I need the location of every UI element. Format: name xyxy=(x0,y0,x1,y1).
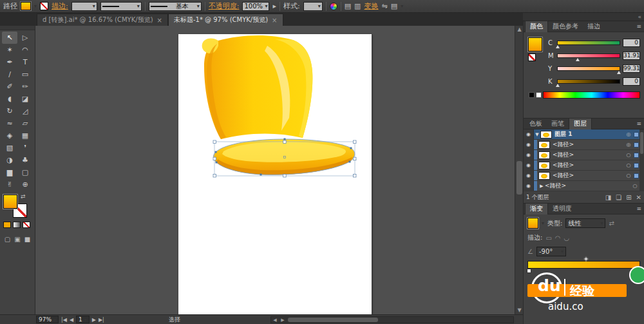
artboard[interactable] xyxy=(178,34,372,314)
tab-layers[interactable]: 图层 xyxy=(569,118,592,129)
tool-free-transform[interactable]: ▱ xyxy=(17,117,33,129)
tool-column-graph[interactable]: ▆ xyxy=(2,166,17,178)
selection-indicator[interactable] xyxy=(634,142,639,148)
color-button[interactable] xyxy=(3,222,11,228)
style-dropdown[interactable]: ▾ xyxy=(303,2,323,11)
tool-mesh[interactable]: ▦ xyxy=(17,129,33,142)
color-stroke-swatch[interactable] xyxy=(528,53,536,61)
first-artboard-icon[interactable]: |◀ xyxy=(61,317,67,323)
new-sublayer-icon[interactable]: ❏ xyxy=(616,194,621,201)
path-name[interactable]: <路径> xyxy=(545,182,631,190)
y-value-field[interactable]: 99.31 xyxy=(623,64,640,73)
gradient-stop-left[interactable] xyxy=(527,269,531,273)
m-slider[interactable] xyxy=(557,53,620,58)
stroke-gradient-along-icon[interactable]: ◠ xyxy=(555,234,561,242)
tool-shape-builder[interactable]: ◈ xyxy=(2,129,17,142)
chevron-down-icon[interactable]: ▾ xyxy=(542,220,544,226)
tab-gradient[interactable]: 渐变 xyxy=(525,203,548,214)
white-swatch[interactable] xyxy=(536,92,542,98)
fill-dropdown-icon[interactable]: ▾ xyxy=(34,3,37,9)
stroke-color-swatch[interactable] xyxy=(40,2,48,10)
width-profile-dropdown[interactable]: ▾ xyxy=(100,2,142,11)
opacity-panel-link[interactable]: 不透明度: xyxy=(209,1,240,11)
tool-symbol-sprayer[interactable]: ♣ xyxy=(17,154,33,166)
tool-pencil[interactable]: ✏ xyxy=(17,81,33,93)
c-value-field[interactable]: 0 xyxy=(623,39,640,47)
tool-magic-wand[interactable]: ✶ xyxy=(2,44,17,56)
horizontal-scrollbar-thumb[interactable] xyxy=(288,318,378,322)
path-name[interactable]: <路径> xyxy=(553,140,625,149)
visibility-eye-icon[interactable]: ◉ xyxy=(524,129,534,139)
tab-swatches[interactable]: 色板 xyxy=(525,119,547,129)
visibility-eye-icon[interactable]: ◉ xyxy=(524,171,534,180)
reverse-gradient-icon[interactable]: ⇄ xyxy=(609,220,614,227)
c-slider[interactable] xyxy=(557,41,620,45)
path-name[interactable]: <路径> xyxy=(553,161,625,169)
stroke-width-dropdown[interactable]: ▾ xyxy=(71,2,97,11)
tool-paintbrush[interactable]: ✐ xyxy=(2,81,17,93)
stroke-gradient-within-icon[interactable]: ▭ xyxy=(545,234,551,242)
selection-indicator[interactable] xyxy=(634,173,639,178)
m-value-field[interactable]: 31.91 xyxy=(623,52,640,60)
gradient-stop-right[interactable] xyxy=(636,269,641,273)
target-circle-icon[interactable]: ○ xyxy=(625,173,632,178)
visibility-eye-icon[interactable]: ◉ xyxy=(524,181,534,191)
recolor-artwork-icon[interactable] xyxy=(330,3,337,10)
path-name[interactable]: <路径> xyxy=(553,151,625,159)
tab-color[interactable]: 颜色 xyxy=(525,21,548,32)
gradient-button[interactable] xyxy=(13,222,21,228)
none-button[interactable] xyxy=(23,222,30,228)
path-name[interactable]: <路径> xyxy=(553,171,625,180)
delete-layer-icon[interactable]: ✕ xyxy=(636,194,641,201)
canvas-pasteboard[interactable]: ▲ ▼ xyxy=(35,26,523,314)
layer-row-path[interactable]: ◉ ▶ <路径> ○ xyxy=(524,181,644,191)
y-slider[interactable] xyxy=(557,66,620,71)
fill-color-swatch[interactable] xyxy=(21,2,31,10)
scroll-right-icon[interactable]: ▶ xyxy=(279,318,287,323)
layer-row-path[interactable]: ◉ <路径> ○ xyxy=(524,160,644,171)
tab-brushes[interactable]: 画笔 xyxy=(547,119,569,129)
doc-tab-inactive[interactable]: d [转换].ai* @ 16.67% (CMYK/预览) × xyxy=(37,14,168,26)
panel-menu-icon[interactable]: ≡ xyxy=(636,120,644,127)
expand-triangle-icon[interactable]: ▼ xyxy=(534,132,540,137)
collapse-dock-icon[interactable]: « xyxy=(638,14,641,20)
tool-gradient[interactable]: ▧ xyxy=(2,142,17,154)
layer-row-path[interactable]: ◉ <路径> ◎ xyxy=(524,140,644,150)
zoom-dropdown[interactable]: 97%▾ xyxy=(36,316,59,323)
brush-definition-dropdown[interactable]: 基本▾ xyxy=(149,2,202,11)
color-spectrum-bar[interactable] xyxy=(543,91,640,99)
tab-color-guide[interactable]: 颜色参考 xyxy=(548,21,583,32)
tool-pen[interactable]: ✒ xyxy=(2,56,17,68)
tool-artboard[interactable]: ▢ xyxy=(17,166,33,178)
k-value-field[interactable]: 0 xyxy=(623,77,640,86)
tools-panel-grip[interactable] xyxy=(0,26,35,30)
prev-artboard-icon[interactable]: ◀ xyxy=(70,317,73,323)
chevron-down-icon[interactable]: ▾ xyxy=(401,3,403,9)
layers-scrollbar-thumb[interactable] xyxy=(640,132,643,154)
artboard-number-dropdown[interactable]: 1▾ xyxy=(76,316,90,323)
layer-row-layer1[interactable]: ◉ ▼ 图层 1 ◎ xyxy=(524,129,644,140)
horizontal-scrollbar[interactable]: ◀ ▶ xyxy=(270,316,514,323)
visibility-eye-icon[interactable]: ◉ xyxy=(524,160,534,170)
target-circle-icon[interactable]: ○ xyxy=(631,183,639,189)
close-icon[interactable]: × xyxy=(157,17,162,24)
target-circle-icon[interactable]: ◎ xyxy=(625,131,632,137)
swap-fill-stroke-icon[interactable]: ⇄ xyxy=(21,193,26,200)
more-options-icon[interactable]: ▤ xyxy=(391,3,397,10)
stroke-gradient-across-icon[interactable]: ◡ xyxy=(564,234,570,242)
tool-direct-selection[interactable]: ▷ xyxy=(17,32,33,44)
k-slider-thumb[interactable] xyxy=(556,84,560,87)
next-artboard-icon[interactable]: ▶ xyxy=(92,317,96,323)
tool-selection[interactable]: ↖ xyxy=(2,32,17,44)
draw-behind-icon[interactable]: ▣ xyxy=(14,236,20,243)
k-slider[interactable] xyxy=(557,79,620,84)
doc-tab-active[interactable]: 未标题-1* @ 97% (CMYK/预览) × xyxy=(168,14,283,26)
gradient-slider-bar[interactable] xyxy=(527,261,640,269)
fill-swatch[interactable] xyxy=(3,195,17,209)
close-icon[interactable]: × xyxy=(272,17,277,24)
last-artboard-icon[interactable]: ▶| xyxy=(99,317,104,323)
tool-blend[interactable]: ◑ xyxy=(2,154,17,166)
tool-eyedropper[interactable]: ❜ xyxy=(17,142,33,154)
target-circle-icon[interactable]: ◎ xyxy=(625,142,632,148)
tool-rotate[interactable]: ↻ xyxy=(2,105,17,117)
